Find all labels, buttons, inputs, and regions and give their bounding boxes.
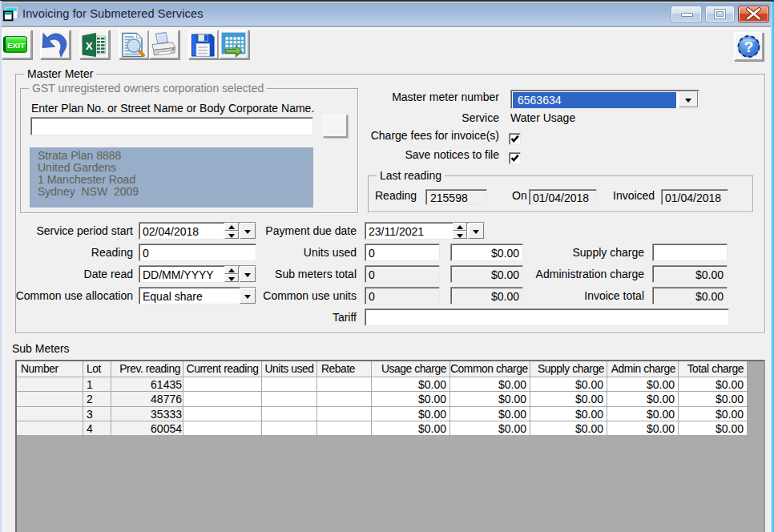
svg-text:?: ? bbox=[744, 38, 754, 55]
svg-text:X: X bbox=[86, 40, 93, 52]
